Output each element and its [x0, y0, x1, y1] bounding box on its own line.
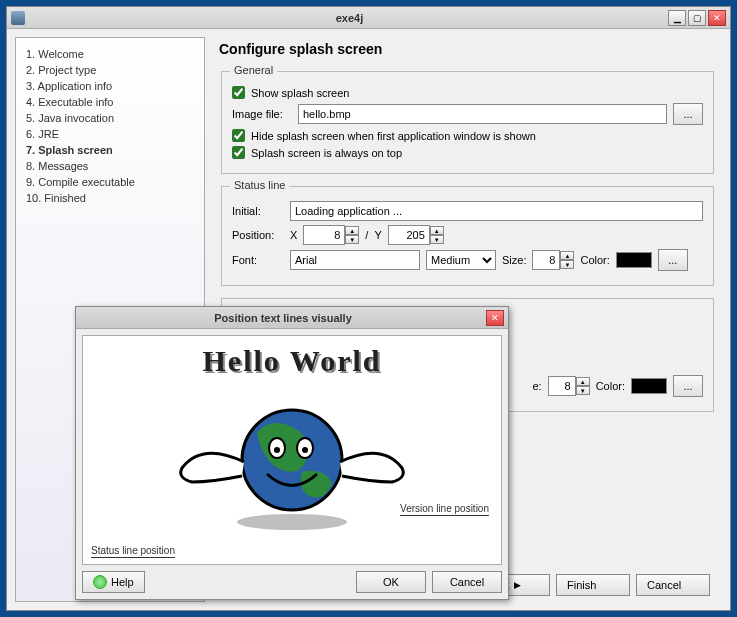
chevron-right-icon: ▶ — [514, 580, 521, 590]
sidebar-item-application-info[interactable]: 3. Application info — [26, 78, 194, 94]
y-input[interactable] — [388, 225, 430, 245]
svg-point-5 — [237, 514, 347, 530]
dialog-titlebar: Position text lines visually ✕ — [76, 307, 508, 329]
window-title: exe4j — [31, 12, 668, 24]
page-title: Configure splash screen — [213, 37, 722, 67]
image-browse-button[interactable]: ... — [673, 103, 703, 125]
sidebar-item-messages[interactable]: 8. Messages — [26, 158, 194, 174]
status-title: Status line — [230, 179, 289, 191]
splash-preview[interactable]: Hello World Version line position Status… — [82, 335, 502, 565]
y-spin-up[interactable]: ▲ — [430, 226, 444, 235]
general-groupbox: General Show splash screen Image file: .… — [221, 71, 714, 174]
maximize-button[interactable]: ▢ — [688, 10, 706, 26]
sidebar-item-executable-info[interactable]: 4. Executable info — [26, 94, 194, 110]
partial-size-input[interactable] — [548, 376, 576, 396]
size-input[interactable] — [532, 250, 560, 270]
minimize-button[interactable]: ▁ — [668, 10, 686, 26]
size-spin-down[interactable]: ▼ — [560, 260, 574, 269]
position-dialog: Position text lines visually ✕ Hello Wor… — [75, 306, 509, 600]
cancel-button[interactable]: Cancel — [636, 574, 710, 596]
sidebar-item-jre[interactable]: 6. JRE — [26, 126, 194, 142]
partial-e-label: e: — [532, 380, 541, 392]
x-input[interactable] — [303, 225, 345, 245]
initial-label: Initial: — [232, 205, 284, 217]
splash-text: Hello World — [83, 336, 501, 378]
finish-button[interactable]: Finish — [556, 574, 630, 596]
general-title: General — [230, 64, 277, 76]
sidebar-item-java-invocation[interactable]: 5. Java invocation — [26, 110, 194, 126]
status-line-marker[interactable]: Status line position — [91, 545, 175, 558]
partial-color-label: Color: — [596, 380, 625, 392]
partial-size-spin-down[interactable]: ▼ — [576, 386, 590, 395]
svg-point-3 — [274, 447, 280, 453]
xy-separator: / — [365, 229, 368, 241]
svg-point-4 — [302, 447, 308, 453]
color-label: Color: — [580, 254, 609, 266]
dialog-cancel-button[interactable]: Cancel — [432, 571, 502, 593]
show-splash-checkbox[interactable] — [232, 86, 245, 99]
image-file-label: Image file: — [232, 108, 292, 120]
ok-button[interactable]: OK — [356, 571, 426, 593]
ontop-checkbox[interactable] — [232, 146, 245, 159]
dialog-close-button[interactable]: ✕ — [486, 310, 504, 326]
help-button[interactable]: Help — [82, 571, 145, 593]
sidebar-item-compile[interactable]: 9. Compile executable — [26, 174, 194, 190]
sidebar-item-finished[interactable]: 10. Finished — [26, 190, 194, 206]
y-spin-down[interactable]: ▼ — [430, 235, 444, 244]
size-spin-up[interactable]: ▲ — [560, 251, 574, 260]
hide-splash-checkbox[interactable] — [232, 129, 245, 142]
x-label: X — [290, 229, 297, 241]
font-input[interactable] — [290, 250, 420, 270]
hide-splash-label: Hide splash screen when first applicatio… — [251, 130, 536, 142]
dialog-title: Position text lines visually — [80, 312, 486, 324]
ontop-label: Splash screen is always on top — [251, 147, 402, 159]
show-splash-label: Show splash screen — [251, 87, 349, 99]
size-label: Size: — [502, 254, 526, 266]
titlebar: exe4j ▁ ▢ ✕ — [7, 7, 730, 29]
close-button[interactable]: ✕ — [708, 10, 726, 26]
app-icon — [11, 11, 25, 25]
partial-color-browse-button[interactable]: ... — [673, 375, 703, 397]
x-spin-down[interactable]: ▼ — [345, 235, 359, 244]
weight-select[interactable]: Medium — [426, 250, 496, 270]
partial-color-swatch[interactable] — [631, 378, 667, 394]
y-label: Y — [374, 229, 381, 241]
version-line-marker[interactable]: Version line position — [400, 503, 489, 516]
x-spin-up[interactable]: ▲ — [345, 226, 359, 235]
image-file-input[interactable] — [298, 104, 667, 124]
status-groupbox: Status line Initial: Position: X ▲▼ / Y — [221, 186, 714, 286]
position-label: Position: — [232, 229, 284, 241]
color-swatch[interactable] — [616, 252, 652, 268]
initial-input[interactable] — [290, 201, 703, 221]
font-label: Font: — [232, 254, 284, 266]
sidebar-item-project-type[interactable]: 2. Project type — [26, 62, 194, 78]
sidebar-item-welcome[interactable]: 1. Welcome — [26, 46, 194, 62]
sidebar-item-splash-screen[interactable]: 7. Splash screen — [26, 142, 194, 158]
partial-size-spin-up[interactable]: ▲ — [576, 377, 590, 386]
help-icon — [93, 575, 107, 589]
color-browse-button[interactable]: ... — [658, 249, 688, 271]
